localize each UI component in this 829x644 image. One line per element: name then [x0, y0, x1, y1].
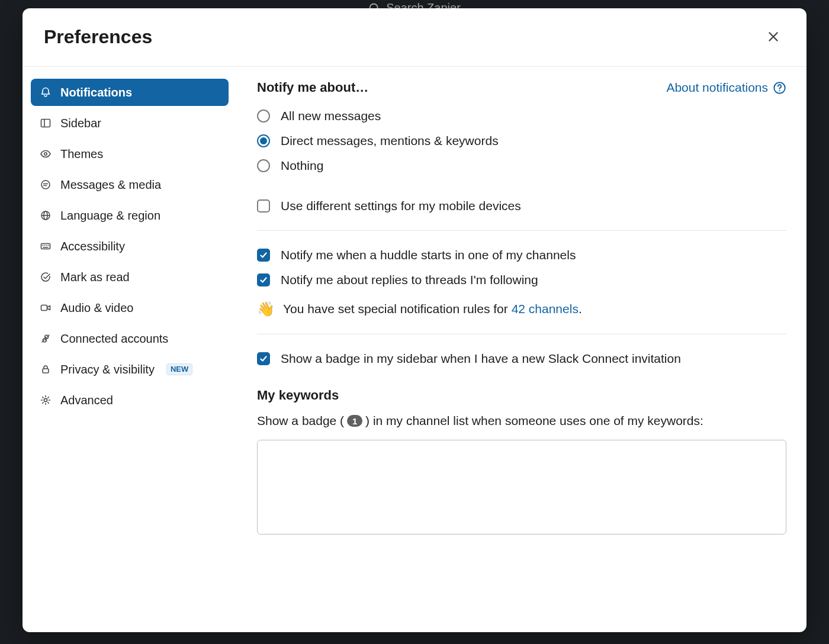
sidebar-item-accessibility[interactable]: Accessibility: [31, 233, 229, 260]
new-badge: NEW: [166, 363, 192, 376]
radio-label: All new messages: [281, 109, 381, 123]
bell-icon: [39, 86, 52, 99]
sidebar-icon: [39, 117, 52, 130]
video-icon: [39, 301, 52, 314]
modal-title: Preferences: [44, 26, 152, 48]
svg-point-5: [41, 181, 50, 189]
sidebar-item-mark-as-read[interactable]: Mark as read: [31, 263, 229, 291]
sidebar-item-label: Sidebar: [60, 115, 101, 131]
plug-icon: [39, 332, 52, 345]
close-button[interactable]: [761, 25, 785, 49]
sidebar-item-messages-media[interactable]: Messages & media: [31, 171, 229, 198]
special-rules-suffix: .: [579, 302, 582, 315]
preferences-content: Notify me about… About notifications All…: [237, 67, 806, 632]
svg-point-21: [779, 90, 780, 91]
sidebar-item-label: Language & region: [60, 208, 160, 223]
radio-label: Direct messages, mentions & keywords: [281, 134, 499, 148]
svg-rect-18: [43, 369, 49, 373]
svg-point-15: [46, 245, 47, 246]
sidebar-item-themes[interactable]: Themes: [31, 140, 229, 168]
preferences-sidebar: Notifications Sidebar Themes Messages & …: [23, 67, 237, 632]
sidebar-item-label: Advanced: [60, 392, 113, 408]
radio-icon: [257, 134, 270, 147]
sidebar-item-advanced[interactable]: Advanced: [31, 387, 229, 414]
special-rules-notice: 👋 You have set special notification rule…: [257, 292, 786, 322]
svg-point-16: [48, 245, 49, 246]
svg-point-4: [44, 153, 47, 155]
svg-point-19: [44, 398, 47, 401]
modal-header: Preferences: [23, 8, 806, 67]
checkbox-thread-replies[interactable]: Notify me about replies to threads I'm f…: [257, 268, 786, 292]
lock-icon: [39, 363, 52, 376]
radio-icon: [257, 110, 270, 123]
checkmark-circle-icon: [39, 271, 52, 284]
sidebar-item-label: Themes: [60, 146, 103, 162]
radio-icon: [257, 159, 270, 172]
sidebar-item-sidebar[interactable]: Sidebar: [31, 110, 229, 137]
checkbox-label: Use different settings for my mobile dev…: [281, 199, 521, 213]
checkbox-icon: [257, 249, 270, 262]
help-circle-icon: [773, 81, 786, 95]
checkbox-icon: [257, 352, 270, 365]
special-rules-prefix: You have set special notification rules …: [283, 302, 512, 315]
svg-rect-11: [41, 244, 50, 249]
checkbox-mobile-different-settings[interactable]: Use different settings for my mobile dev…: [257, 194, 786, 218]
checkbox-label: Show a badge in my sidebar when I have a…: [281, 352, 681, 366]
sidebar-item-label: Accessibility: [60, 239, 125, 254]
wave-emoji-icon: 👋: [257, 301, 275, 317]
gear-icon: [39, 394, 52, 407]
sidebar-item-privacy-visibility[interactable]: Privacy & visibility NEW: [31, 356, 229, 383]
special-rules-link[interactable]: 42 channels: [512, 302, 579, 315]
sidebar-item-label: Notifications: [60, 85, 132, 100]
about-notifications-link[interactable]: About notifications: [666, 80, 786, 95]
sidebar-item-notifications[interactable]: Notifications: [31, 79, 229, 106]
checkbox-huddle-notify[interactable]: Notify me when a huddle starts in one of…: [257, 243, 786, 268]
sidebar-item-label: Connected accounts: [60, 331, 168, 346]
special-rules-text: You have set special notification rules …: [283, 302, 582, 316]
keyboard-icon: [39, 240, 52, 253]
preferences-modal: Preferences Notifications Sidebar: [23, 8, 806, 632]
divider: [257, 334, 786, 334]
close-icon: [767, 30, 780, 43]
svg-rect-17: [41, 305, 47, 311]
about-notifications-label: About notifications: [666, 80, 768, 95]
sidebar-item-connected-accounts[interactable]: Connected accounts: [31, 325, 229, 352]
divider: [257, 230, 786, 231]
checkbox-label: Notify me when a huddle starts in one of…: [281, 248, 576, 262]
checkbox-icon: [257, 273, 270, 286]
notify-heading: Notify me about…: [257, 80, 368, 95]
svg-rect-2: [41, 120, 50, 127]
checkbox-icon: [257, 199, 270, 212]
sidebar-item-label: Mark as read: [60, 269, 130, 285]
keywords-desc-prefix: Show a badge (: [257, 414, 344, 428]
notify-heading-row: Notify me about… About notifications: [257, 80, 786, 95]
svg-point-13: [43, 245, 44, 246]
sidebar-item-label: Privacy & visibility: [60, 362, 155, 377]
radio-all-new-messages[interactable]: All new messages: [257, 104, 786, 128]
globe-icon: [39, 209, 52, 222]
checkbox-slack-connect-badge[interactable]: Show a badge in my sidebar when I have a…: [257, 346, 786, 371]
keywords-input[interactable]: [257, 440, 786, 534]
sidebar-item-label: Messages & media: [60, 177, 161, 192]
radio-nothing[interactable]: Nothing: [257, 153, 786, 178]
sidebar-item-label: Audio & video: [60, 300, 133, 315]
sidebar-item-language-region[interactable]: Language & region: [31, 202, 229, 229]
badge-count: 1: [347, 415, 362, 427]
radio-label: Nothing: [281, 159, 323, 173]
message-icon: [39, 178, 52, 191]
keywords-description: Show a badge ( 1 ) in my channel list wh…: [257, 414, 786, 428]
checkbox-label: Notify me about replies to threads I'm f…: [281, 273, 538, 287]
radio-direct-messages-mentions-keywords[interactable]: Direct messages, mentions & keywords: [257, 128, 786, 153]
svg-point-14: [44, 245, 46, 246]
eye-icon: [39, 147, 52, 160]
sidebar-item-audio-video[interactable]: Audio & video: [31, 294, 229, 321]
keywords-desc-suffix: ) in my channel list when someone uses o…: [365, 414, 703, 428]
modal-body: Notifications Sidebar Themes Messages & …: [23, 67, 806, 632]
my-keywords-heading: My keywords: [257, 388, 786, 403]
